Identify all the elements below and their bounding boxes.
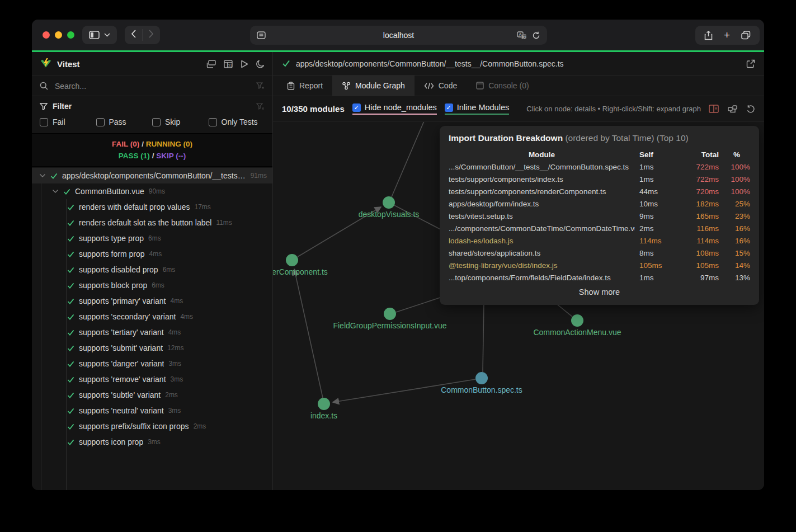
- new-tab-icon[interactable]: +: [718, 29, 736, 41]
- cell-pct: 16%: [723, 224, 750, 233]
- page-format-icon[interactable]: [257, 31, 266, 39]
- app-title: Vitest: [57, 59, 201, 69]
- test-label: supports icon prop: [79, 437, 143, 446]
- tree-test-row[interactable]: supports disabled prop6ms: [32, 262, 272, 277]
- module-graph-canvas[interactable]: desktopVisuals.tsrenderComponent.tsField…: [273, 122, 764, 490]
- back-button[interactable]: [125, 29, 142, 41]
- tree-test-row[interactable]: supports prefix/suffix icon props2ms: [32, 418, 272, 434]
- graph-node-desktopvisuals-ts[interactable]: [383, 196, 395, 209]
- tree-test-row[interactable]: supports form prop4ms: [32, 246, 272, 262]
- url-text: localhost: [250, 31, 547, 40]
- graph-node-commonbutton-spec-ts[interactable]: [475, 372, 488, 384]
- table-row: @testing-library/vue/dist/index.js105ms1…: [449, 259, 750, 271]
- cell-pct: 14%: [723, 261, 750, 270]
- svg-text:文: 文: [523, 34, 527, 39]
- table-row: lodash-es/lodash.js114ms114ms16%: [449, 234, 750, 247]
- tab-module-graph[interactable]: Module Graph: [332, 76, 415, 96]
- close-window-button[interactable]: [43, 31, 50, 39]
- legend-book-icon[interactable]: [709, 105, 719, 113]
- test-duration: 4ms: [171, 297, 183, 305]
- dashboard-icon[interactable]: 31: [224, 60, 233, 68]
- test-label: supports disabled prop: [79, 265, 158, 274]
- check-icon: [67, 220, 74, 226]
- tree-test-row[interactable]: supports type prop6ms: [32, 230, 272, 246]
- graph-node-index-ts[interactable]: [318, 398, 330, 410]
- tree-suite-row[interactable]: CommonButton.vue90ms: [32, 183, 272, 199]
- graph-node-rendercomponent-ts[interactable]: [286, 254, 298, 266]
- test-duration: 3ms: [168, 360, 181, 368]
- tree-test-row[interactable]: supports 'tertiary' variant4ms: [32, 324, 272, 340]
- test-label: supports 'neutral' variant: [79, 406, 164, 415]
- check-icon: [67, 298, 74, 304]
- cell-self: 9ms: [639, 212, 674, 220]
- reset-graph-icon[interactable]: [746, 105, 755, 114]
- tab-overview-icon[interactable]: [736, 31, 756, 40]
- test-label: supports 'tertiary' variant: [79, 328, 164, 337]
- zoom-window-button[interactable]: [67, 31, 74, 39]
- graph-node-commonactionmenu-vue[interactable]: [571, 314, 583, 327]
- tree-test-row[interactable]: supports 'submit' variant12ms: [32, 340, 272, 356]
- dark-mode-icon[interactable]: [256, 60, 265, 68]
- tab-console-0[interactable]: Console (0): [467, 76, 538, 96]
- table-row: tests/support/components/renderComponent…: [449, 185, 750, 197]
- tree-test-row[interactable]: renders default slot as the button label…: [32, 215, 272, 230]
- cell-pct: 15%: [723, 249, 750, 257]
- address-bar[interactable]: localhost A文: [250, 26, 547, 45]
- clear-filter-icon[interactable]: [256, 82, 265, 90]
- tree-test-row[interactable]: supports 'subtle' variant2ms: [32, 387, 272, 403]
- share-icon[interactable]: [699, 31, 718, 40]
- filter-option-only-tests[interactable]: Only Tests: [209, 117, 265, 126]
- graph-node-fieldgrouppermissionsinput-vue[interactable]: [384, 308, 396, 320]
- translate-icon[interactable]: A文: [517, 31, 527, 40]
- collapse-panels-icon[interactable]: [206, 60, 216, 68]
- tab-report[interactable]: Report: [277, 76, 332, 96]
- cell-self: 1ms: [639, 274, 674, 282]
- forward-button[interactable]: [142, 29, 160, 41]
- tree-test-row[interactable]: supports 'remove' variant3ms: [32, 371, 272, 387]
- modules-count: 10/350 modules: [282, 104, 345, 114]
- open-external-icon[interactable]: [746, 59, 755, 68]
- test-label: supports type prop: [79, 234, 144, 243]
- cell-module: tests/vitest.setup.ts: [449, 212, 635, 220]
- tree-test-row[interactable]: supports 'primary' variant4ms: [32, 293, 272, 309]
- cell-module: ...s/CommonButton/__tests__/CommonButton…: [449, 163, 635, 171]
- sidebar-toggle-button[interactable]: [82, 26, 117, 44]
- tree-test-row[interactable]: supports block prop6ms: [32, 277, 272, 293]
- test-duration: 11ms: [216, 219, 232, 227]
- filter-option-skip[interactable]: Skip: [152, 117, 209, 126]
- tree-test-row[interactable]: supports 'danger' variant3ms: [32, 356, 272, 371]
- funnel-icon: [40, 103, 48, 110]
- tree-test-row[interactable]: supports 'neutral' variant3ms: [32, 403, 272, 418]
- hide-node-modules-label: Hide node_modules: [365, 103, 437, 112]
- filter-option-pass[interactable]: Pass: [96, 117, 153, 126]
- hide-node-modules-checkbox[interactable]: ✓ Hide node_modules: [352, 103, 437, 115]
- browser-window: localhost A文 + Vitest: [32, 20, 764, 490]
- tab-label: Code: [439, 81, 457, 90]
- filter-option-fail[interactable]: Fail: [40, 117, 96, 126]
- rotate-layout-icon[interactable]: [728, 105, 737, 113]
- test-duration: 3ms: [148, 438, 161, 446]
- test-label: renders default slot as the button label: [79, 218, 211, 227]
- minimize-window-button[interactable]: [55, 31, 62, 39]
- tree-test-row[interactable]: supports 'secondary' variant4ms: [32, 309, 272, 324]
- test-label: supports 'secondary' variant: [79, 312, 176, 321]
- clear-filter-icon[interactable]: [256, 103, 265, 110]
- search-input[interactable]: [54, 81, 251, 91]
- cell-self: 1ms: [639, 175, 674, 183]
- tree-file-row[interactable]: apps/desktop/components/CommonButton/__t…: [32, 168, 272, 183]
- tab-label: Console (0): [488, 81, 529, 90]
- show-more-button[interactable]: Show more: [449, 288, 750, 296]
- tab-code[interactable]: Code: [415, 76, 467, 96]
- tree-test-row[interactable]: renders with default prop values17ms: [32, 199, 272, 215]
- graph-hint-text: Click on node: details • Right-click/Shi…: [526, 105, 701, 113]
- check-icon: [67, 345, 74, 351]
- console-icon: [476, 82, 484, 90]
- cell-total: 182ms: [679, 200, 719, 208]
- reload-icon[interactable]: [532, 31, 540, 40]
- tree-test-row[interactable]: supports icon prop3ms: [32, 434, 272, 450]
- check-icon: [50, 173, 58, 179]
- sidebar-icon: [89, 31, 100, 39]
- run-all-icon[interactable]: [241, 60, 248, 68]
- cell-total: 722ms: [679, 163, 719, 171]
- inline-modules-checkbox[interactable]: ✓ Inline Modules: [445, 103, 510, 115]
